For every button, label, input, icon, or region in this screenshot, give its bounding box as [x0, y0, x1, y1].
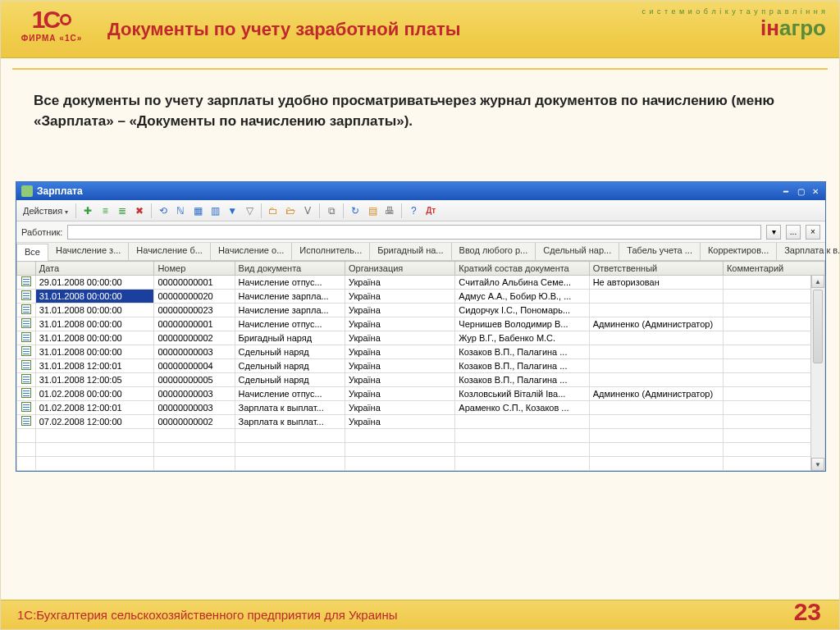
col-comment[interactable]: Комментарий [723, 262, 824, 276]
cell-num[interactable]: 00000000003 [154, 401, 235, 415]
cell-date[interactable]: 07.02.2008 12:00:00 [35, 415, 154, 429]
cell-num[interactable]: 00000000002 [154, 415, 235, 429]
delete-icon[interactable]: ✖ [132, 203, 147, 218]
cell-num[interactable]: 00000000003 [154, 345, 235, 359]
document-icon[interactable] [17, 359, 36, 373]
cell-resp[interactable]: Админенко (Администратор) [589, 317, 723, 331]
cell-doc[interactable]: Начисление отпус... [235, 276, 345, 290]
cell-org[interactable]: Україна [345, 359, 454, 373]
document-icon[interactable] [17, 387, 36, 401]
cell-num[interactable]: 00000000001 [154, 317, 235, 331]
filter2-icon[interactable]: ▥ [208, 203, 222, 218]
copy-icon[interactable]: ⧉ [324, 203, 339, 218]
tab-3[interactable]: Начисление о... [211, 243, 292, 260]
cell-num[interactable]: 00000000004 [154, 359, 235, 373]
cell-num[interactable]: 00000000001 [154, 276, 235, 290]
cell-resp[interactable] [589, 290, 723, 304]
cell-date[interactable]: 31.01.2008 00:00:00 [35, 317, 154, 331]
cell-comment[interactable] [723, 331, 824, 345]
cell-comment[interactable] [723, 345, 824, 359]
cell-num[interactable]: 00000000020 [154, 290, 235, 304]
tab-4[interactable]: Исполнитель... [292, 243, 370, 260]
edit-line-icon[interactable]: ≣ [115, 203, 130, 218]
cell-num[interactable]: 00000000002 [154, 331, 235, 345]
scroll-up-icon[interactable]: ▲ [811, 275, 824, 288]
cell-org[interactable]: Україна [345, 415, 454, 429]
cell-comment[interactable] [723, 317, 824, 331]
scroll-down-icon[interactable]: ▼ [811, 458, 824, 471]
table-row[interactable]: 31.01.2008 00:00:0000000000003Сдельный н… [17, 345, 825, 359]
cell-summary[interactable]: Козаков В.П., Палагина ... [455, 345, 589, 359]
tab-2[interactable]: Начисление б... [129, 243, 211, 260]
cell-num[interactable]: 00000000003 [154, 387, 235, 401]
document-icon[interactable] [17, 345, 36, 359]
refresh-icon[interactable]: ↻ [348, 203, 363, 218]
cell-org[interactable]: Україна [345, 290, 454, 304]
print-icon[interactable]: 🖶 [382, 203, 397, 218]
tab-10[interactable]: Зарплата к в... [777, 243, 840, 260]
table-row[interactable]: 31.01.2008 00:00:0000000000020Начисление… [17, 290, 825, 304]
worker-filter-input[interactable] [67, 225, 761, 240]
cell-summary[interactable]: Козловський Віталій Іва... [455, 387, 589, 401]
cell-date[interactable]: 31.01.2008 00:00:00 [35, 304, 154, 317]
cell-doc[interactable]: Начисление отпус... [235, 387, 345, 401]
table-row[interactable]: 29.01.2008 00:00:0000000000001Начисление… [17, 276, 825, 290]
cell-doc[interactable]: Зарплата к выплат... [235, 401, 345, 415]
filter-clear-button[interactable]: × [806, 225, 820, 240]
cell-comment[interactable] [723, 290, 824, 304]
cell-doc[interactable]: Сдельный наряд [235, 359, 345, 373]
tab-8[interactable]: Табель учета ... [619, 243, 701, 260]
cell-num[interactable]: 00000000023 [154, 304, 235, 317]
cell-org[interactable]: Україна [345, 331, 454, 345]
filter-more-button[interactable]: ... [786, 225, 801, 240]
cell-org[interactable]: Україна [345, 317, 454, 331]
folder1-icon[interactable]: 🗀 [266, 203, 281, 218]
table-row[interactable]: 07.02.2008 12:00:0000000000002Зарплата к… [17, 415, 825, 429]
cell-doc[interactable]: Сдельный наряд [235, 373, 345, 387]
cell-resp[interactable] [589, 359, 723, 373]
document-icon[interactable] [17, 290, 36, 304]
cell-comment[interactable] [723, 415, 824, 429]
funnel2-icon[interactable]: Ⅴ [300, 203, 315, 218]
table-row[interactable]: 31.01.2008 12:00:0100000000004Сдельный н… [17, 359, 825, 373]
cell-doc[interactable]: Начисление зарпла... [235, 304, 345, 317]
minimize-button[interactable]: ━ [779, 185, 792, 197]
tab-9[interactable]: Корректиров... [701, 243, 777, 260]
cell-comment[interactable] [723, 387, 824, 401]
filter1-icon[interactable]: ▦ [190, 203, 205, 218]
table-row[interactable]: 31.01.2008 00:00:0000000000001Начисление… [17, 317, 825, 331]
table-row[interactable]: 01.02.2008 00:00:0000000000003Начисление… [17, 387, 825, 401]
cell-resp[interactable] [589, 331, 723, 345]
cell-resp[interactable] [589, 345, 723, 359]
cell-summary[interactable]: Сидорчук І.С., Пономарь... [455, 304, 589, 317]
add-icon[interactable]: ✚ [80, 203, 95, 218]
tab-1[interactable]: Начисление з... [48, 243, 129, 260]
document-grid[interactable]: ДатаНомерВид документаОрганизацияКраткий… [16, 261, 825, 471]
cell-org[interactable]: Україна [345, 373, 454, 387]
funnel-clear-icon[interactable]: ▽ [242, 203, 257, 218]
cell-resp[interactable]: Админенко (Администратор) [589, 387, 723, 401]
cell-resp[interactable] [589, 401, 723, 415]
add-line-icon[interactable]: ≡ [98, 203, 112, 218]
cell-summary[interactable]: Козаков В.П., Палагина ... [455, 359, 589, 373]
col-resp[interactable]: Ответственный [589, 262, 723, 276]
folder2-icon[interactable]: 🗁 [283, 203, 298, 218]
cell-comment[interactable] [723, 304, 824, 317]
nav-prev-icon[interactable]: ⟲ [156, 203, 171, 218]
cell-doc[interactable]: Бригадный наряд [235, 331, 345, 345]
cell-org[interactable]: Україна [345, 401, 454, 415]
cell-summary[interactable]: Считайло Альбина Семе... [455, 276, 589, 290]
cell-date[interactable]: 29.01.2008 00:00:00 [35, 276, 154, 290]
col-org[interactable]: Организация [345, 262, 454, 276]
document-icon[interactable] [17, 317, 36, 331]
cell-org[interactable]: Україна [345, 304, 454, 317]
funnel-icon[interactable]: ▼ [225, 203, 240, 218]
col-summary[interactable]: Краткий состав документа [455, 262, 589, 276]
col-num[interactable]: Номер [154, 262, 235, 276]
table-row[interactable]: 31.01.2008 12:00:0500000000005Сдельный н… [17, 373, 825, 387]
tab-6[interactable]: Ввод любого р... [452, 243, 536, 260]
cell-org[interactable]: Україна [345, 387, 454, 401]
cell-comment[interactable] [723, 401, 824, 415]
document-icon[interactable] [17, 415, 36, 429]
cell-doc[interactable]: Начисление зарпла... [235, 290, 345, 304]
